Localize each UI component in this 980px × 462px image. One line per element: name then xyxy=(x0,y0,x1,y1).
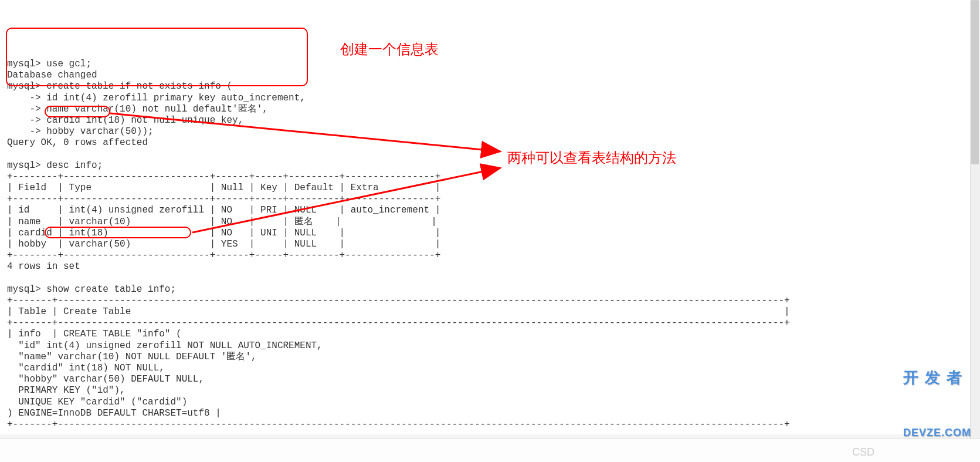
annotation-methods: 两种可以查看表结构的方法 xyxy=(507,150,676,167)
watermark-line2: DEVZE.COM xyxy=(903,427,971,440)
watermark-line1: 开 发 者 xyxy=(903,369,971,387)
table-header: | Field | Type | Null | Key | Default | … xyxy=(7,183,440,193)
table-row: | hobby | varchar(50) | YES | | NULL | | xyxy=(7,239,440,249)
watermark-csd: CSD xyxy=(852,446,874,459)
table-row: | name | varchar(10) | NO | | 匿名 | | xyxy=(7,217,437,227)
prompt: mysql> xyxy=(7,81,41,92)
table-row: | id | int(4) unsigned zerofill | NO | P… xyxy=(7,205,440,215)
cont-prompt: -> xyxy=(7,93,41,103)
output-query-ok: Query OK, 0 rows affected xyxy=(7,137,148,148)
cmd-create-1: create table if not exists info ( xyxy=(41,81,232,92)
scrollbar-thumb[interactable] xyxy=(971,0,979,164)
create-table-line: "hobby" varchar(50) DEFAULT NULL, xyxy=(7,374,204,385)
cont-prompt: -> xyxy=(7,104,41,114)
table-sep: +-------+-------------------------------… xyxy=(7,295,790,306)
prompt: mysql> xyxy=(7,59,41,69)
annotation-create: 创建一个信息表 xyxy=(340,41,439,58)
cont-prompt: -> xyxy=(7,115,41,126)
prompt: mysql> xyxy=(7,284,41,295)
create-table-line: | info | CREATE TABLE "info" ( xyxy=(7,329,182,339)
create-table-line: "id" int(4) unsigned zerofill NOT NULL A… xyxy=(7,340,323,351)
create-table-line: PRIMARY KEY ("id"), xyxy=(7,385,126,396)
create-table-line: "cardid" int(18) NOT NULL, xyxy=(7,363,165,373)
vertical-scrollbar[interactable] xyxy=(970,0,980,462)
table-row: | cardid | int(18) | NO | UNI | NULL | | xyxy=(7,228,440,238)
table-header: | Table | Create Table | xyxy=(7,306,790,317)
bottom-bar xyxy=(0,439,980,462)
create-table-line: UNIQUE KEY "cardid" ("cardid") xyxy=(7,397,187,407)
cmd-create-2: id int(4) zerofill primary key auto_incr… xyxy=(41,93,306,103)
table-sep: +-------+-------------------------------… xyxy=(7,419,790,430)
cmd-desc: desc info; xyxy=(41,160,103,171)
cmd-use: use gcl; xyxy=(41,59,91,69)
table-sep: +--------+--------------------------+---… xyxy=(7,250,440,261)
table-sep: +--------+--------------------------+---… xyxy=(7,194,440,204)
watermark-devze: 开 发 者 DEVZE.COM xyxy=(903,329,971,459)
create-table-line: "name" varchar(10) NOT NULL DEFAULT '匿名'… xyxy=(7,352,257,362)
cmd-show-create: show create table info; xyxy=(41,284,176,295)
create-table-line: ) ENGINE=InnoDB DEFAULT CHARSET=utf8 | xyxy=(7,408,221,419)
output-db-changed: Database changed xyxy=(7,70,97,80)
table-sep: +--------+--------------------------+---… xyxy=(7,171,440,182)
output-rows: 4 rows in set xyxy=(7,261,80,272)
cont-prompt: -> xyxy=(7,126,41,137)
cmd-create-3: name varchar(10) not null default'匿名', xyxy=(41,104,268,114)
prompt: mysql> xyxy=(7,160,41,171)
terminal-output: mysql> use gcl; Database changed mysql> … xyxy=(0,45,980,433)
cmd-create-4: cardid int(18) not null unique key, xyxy=(41,115,244,126)
table-sep: +-------+-------------------------------… xyxy=(7,318,790,328)
cmd-create-5: hobby varchar(50)); xyxy=(41,126,154,137)
